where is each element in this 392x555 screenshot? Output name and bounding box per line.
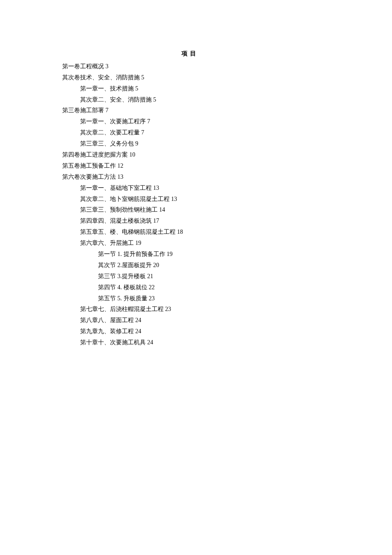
toc-entry: 第一章一、技术措施 5 — [80, 83, 392, 94]
toc-entry: 第三卷施工部署 7 — [62, 105, 392, 116]
toc-entry: 第五章五、楼、电梯钢筋混凝土工程 18 — [80, 227, 392, 238]
toc-entry: 其次章二、安全、消防措施 5 — [80, 94, 392, 105]
toc-entry: 第一卷工程概况 3 — [62, 61, 392, 72]
toc-entry: 第五卷施工预备工作 12 — [62, 160, 392, 171]
toc-entry: 其次节 2.屋面板提升 20 — [98, 260, 392, 271]
toc-entry: 第一章一、基础地下室工程 13 — [80, 183, 392, 194]
toc-entry: 第五节 5. 升板质量 23 — [98, 293, 392, 304]
toc-entry: 第四卷施工进度把握方案 10 — [62, 149, 392, 160]
toc-entry: 第八章八、屋面工程 24 — [80, 315, 392, 326]
toc-entry: 第一章一、次要施工程序 7 — [80, 116, 392, 127]
toc-entry: 第十章十、次要施工机具 24 — [80, 337, 392, 348]
toc-entry: 第三章三、义务分包 9 — [80, 138, 392, 149]
toc-entry: 第四章四、混凝土楼板浇筑 17 — [80, 215, 392, 227]
toc-entry: 其次卷技术、安全、消防措施 5 — [62, 72, 392, 83]
toc-entry: 第七章七、后浇柱帽混凝土工程 23 — [80, 304, 392, 315]
toc-entry: 第六卷次要施工方法 13 — [62, 171, 392, 183]
toc-entry: 其次章二、次要工程量 7 — [80, 127, 392, 138]
toc-container: 第一卷工程概况 3 其次卷技术、安全、消防措施 5 第一章一、技术措施 5 其次… — [62, 61, 392, 348]
document-title: 项 目 — [182, 48, 392, 59]
toc-entry: 第九章九、装修工程 24 — [80, 326, 392, 337]
toc-entry: 第三节 3.提升楼板 21 — [98, 271, 392, 282]
toc-entry: 第三章三、预制劲性钢柱施工 14 — [80, 204, 392, 215]
toc-entry: 第六章六、升层施工 19 — [80, 238, 392, 249]
toc-entry: 第四节 4. 楼板就位 22 — [98, 282, 392, 293]
toc-entry: 第一节 1. 提升前预备工作 19 — [98, 249, 392, 260]
toc-entry: 其次章二、地卜室钢筋混凝土工程 13 — [80, 194, 392, 205]
